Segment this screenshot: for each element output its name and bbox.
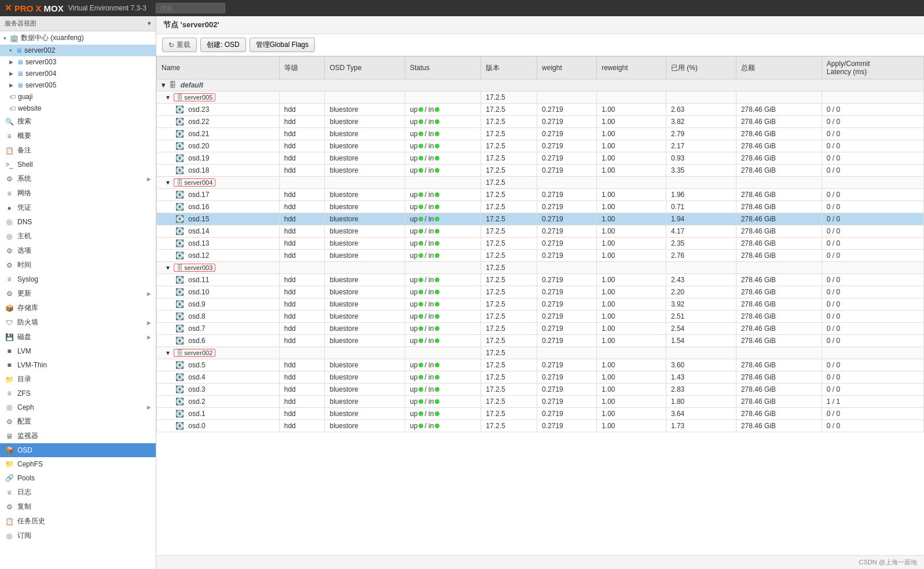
sidebar-item-search[interactable]: 🔍 搜索: [0, 114, 156, 129]
table-row[interactable]: 💽 osd.3 hdd bluestore up / in 17.2.5 0.2…: [157, 384, 924, 396]
table-row[interactable]: 💽 osd.6 hdd bluestore up / in 17.2.5 0.2…: [157, 335, 924, 347]
sidebar-item-syslog[interactable]: ≡ Syslog: [0, 272, 156, 286]
collapse-icon[interactable]: ▾: [166, 178, 170, 187]
table-row[interactable]: 💽 osd.19 hdd bluestore up / in 17.2.5 0.…: [157, 152, 924, 165]
osd-disk-icon: 💽: [175, 118, 184, 126]
sidebar-item-zfs[interactable]: ≡ ZFS: [0, 386, 156, 400]
manage-flags-label: 管理Global Flags: [256, 40, 309, 50]
osd-total: 278.46 GiB: [736, 286, 822, 298]
server-row[interactable]: ▾ 🗄server003 17.2.5: [157, 262, 924, 274]
server-row[interactable]: ▾ 🗄server005 17.2.5: [157, 92, 924, 104]
tree-node-server003[interactable]: ▶ 🖥 server003: [0, 56, 156, 68]
tree-node-server005[interactable]: ▶ 🖥 server005: [0, 79, 156, 91]
sidebar-item-time[interactable]: ⚙ 时间: [0, 258, 156, 272]
create-osd-button[interactable]: 创建: OSD: [200, 38, 246, 52]
table-row[interactable]: 💽 osd.11 hdd bluestore up / in 17.2.5 0.…: [157, 274, 924, 286]
table-row[interactable]: 💽 osd.21 hdd bluestore up / in 17.2.5 0.…: [157, 128, 924, 140]
server-icon: 🖥: [17, 82, 23, 89]
collapse-icon[interactable]: ▾: [166, 264, 170, 272]
sidebar-item-summary[interactable]: ≡ 概要: [0, 129, 156, 143]
osd-version: 17.2.5: [481, 384, 537, 396]
table-row[interactable]: 💽 osd.17 hdd bluestore up / in 17.2.5 0.…: [157, 189, 924, 201]
osd-version: 17.2.5: [481, 213, 537, 225]
osd-used: 2.83: [666, 384, 736, 396]
table-row[interactable]: 💽 osd.4 hdd bluestore up / in 17.2.5 0.2…: [157, 371, 924, 384]
sidebar-item-disk[interactable]: 💾 磁盘 ▶: [0, 330, 156, 344]
logo: ✕ PROXMOX: [5, 3, 64, 13]
table-row[interactable]: 💽 osd.2 hdd bluestore up / in 17.2.5 0.2…: [157, 396, 924, 408]
server-row[interactable]: ▾ 🗄server004 17.2.5: [157, 177, 924, 189]
col-name: Name: [157, 57, 280, 79]
osd-total: 278.46 GiB: [736, 359, 822, 371]
osd-total: 278.46 GiB: [736, 371, 822, 384]
table-row[interactable]: 💽 osd.1 hdd bluestore up / in 17.2.5 0.2…: [157, 408, 924, 420]
refresh-button[interactable]: ↻ 重载: [162, 38, 197, 52]
sidebar-item-firewall[interactable]: 🛡 防火墙 ▶: [0, 315, 156, 330]
sidebar-item-host[interactable]: ◎ 主机: [0, 229, 156, 243]
sidebar-item-credentials[interactable]: ● 凭证: [0, 200, 156, 215]
sidebar-item-pools[interactable]: 🔗 Pools: [0, 471, 156, 485]
osd-latency: 0 / 0: [822, 140, 923, 152]
sidebar-item-storage[interactable]: 📦 存储库: [0, 301, 156, 315]
osd-name: osd.17: [188, 191, 209, 199]
table-row[interactable]: 💽 osd.13 hdd bluestore up / in 17.2.5 0.…: [157, 238, 924, 250]
table-row[interactable]: 💽 osd.23 hdd bluestore up / in 17.2.5 0.…: [157, 104, 924, 116]
collapse-icon[interactable]: ▾: [166, 349, 170, 357]
sidebar-item-lvmthin[interactable]: ■ LVM-Thin: [0, 358, 156, 372]
sidebar-item-config[interactable]: ⚙ 配置: [0, 414, 156, 429]
sidebar-item-ceph[interactable]: ◎ Ceph ▶: [0, 400, 156, 414]
table-row[interactable]: 💽 osd.15 hdd bluestore up / in 17.2.5 0.…: [157, 213, 924, 225]
sidebar-item-options[interactable]: ⚙ 选项: [0, 243, 156, 258]
osd-status: up / in: [405, 152, 481, 165]
collapse-icon[interactable]: ▾: [166, 93, 170, 101]
sidebar-item-dns[interactable]: ◎ DNS: [0, 215, 156, 229]
server-row[interactable]: ▾ 🗄server002 17.2.5: [157, 347, 924, 359]
sidebar-item-shell[interactable]: >_ Shell: [0, 158, 156, 172]
sidebar-item-directory[interactable]: 📁 目录: [0, 372, 156, 386]
osd-latency: 0 / 0: [822, 384, 923, 396]
datacenter-label: 数据中心 (xuanfeng): [21, 33, 84, 43]
tree-node-server002[interactable]: ▾ 🖥 server002: [0, 45, 156, 56]
manage-flags-button[interactable]: 管理Global Flags: [250, 38, 315, 52]
group-collapse-icon[interactable]: ▾: [162, 81, 165, 89]
server-db-icon: 🗄: [177, 179, 183, 186]
table-row[interactable]: 💽 osd.20 hdd bluestore up / in 17.2.5 0.…: [157, 140, 924, 152]
sidebar-item-system[interactable]: ⚙ 系统 ▶: [0, 172, 156, 186]
sidebar-item-lvm[interactable]: ■ LVM: [0, 344, 156, 358]
server-icon: 🖥: [16, 47, 22, 54]
tree-node-server004[interactable]: ▶ 🖥 server004: [0, 68, 156, 79]
tree-node-guaji[interactable]: 🏷 guaji: [0, 91, 156, 103]
osd-used: 2.43: [666, 274, 736, 286]
tree-node-website[interactable]: 🏷 website: [0, 103, 156, 114]
table-row[interactable]: 💽 osd.18 hdd bluestore up / in 17.2.5 0.…: [157, 165, 924, 177]
osd-total: 278.46 GiB: [736, 116, 822, 128]
table-row[interactable]: 💽 osd.10 hdd bluestore up / in 17.2.5 0.…: [157, 286, 924, 298]
table-row[interactable]: 💽 osd.8 hdd bluestore up / in 17.2.5 0.2…: [157, 311, 924, 323]
sidebar-item-replicate[interactable]: ⚙ 复制: [0, 499, 156, 514]
table-row[interactable]: 💽 osd.12 hdd bluestore up / in 17.2.5 0.…: [157, 250, 924, 262]
table-row[interactable]: 💽 osd.0 hdd bluestore up / in 17.2.5 0.2…: [157, 420, 924, 432]
sidebar-item-notes[interactable]: 📋 备注: [0, 143, 156, 158]
sidebar-item-monitor[interactable]: 🖥 监视器: [0, 429, 156, 443]
table-row[interactable]: 💽 osd.7 hdd bluestore up / in 17.2.5 0.2…: [157, 323, 924, 335]
sidebar-item-updates[interactable]: ⚙ 更新 ▶: [0, 286, 156, 301]
osd-name: osd.20: [188, 142, 209, 150]
table-row[interactable]: 💽 osd.22 hdd bluestore up / in 17.2.5 0.…: [157, 116, 924, 128]
topbar-search-input[interactable]: [156, 3, 225, 13]
table-row[interactable]: 💽 osd.14 hdd bluestore up / in 17.2.5 0.…: [157, 225, 924, 238]
status-up-dot: [419, 205, 423, 209]
main-layout: 服务器视图 ▾ ▾ 🏢 数据中心 (xuanfeng) ▾ 🖥 server00…: [0, 16, 924, 569]
sidebar-item-cephfs[interactable]: 📁 CephFS: [0, 457, 156, 471]
table-row[interactable]: 💽 osd.5 hdd bluestore up / in 17.2.5 0.2…: [157, 359, 924, 371]
table-row[interactable]: 💽 osd.9 hdd bluestore up / in 17.2.5 0.2…: [157, 298, 924, 311]
sidebar-item-subscribe[interactable]: ◎ 订阅: [0, 528, 156, 543]
sidebar-item-network[interactable]: ≡ 网络: [0, 186, 156, 200]
table-row[interactable]: 💽 osd.16 hdd bluestore up / in 17.2.5 0.…: [157, 201, 924, 213]
status-in-dot: [435, 156, 439, 161]
sidebar-item-log[interactable]: ≡ 日志: [0, 485, 156, 499]
sidebar-item-osd[interactable]: 📦 OSD: [0, 443, 156, 457]
taskhistory-icon: 📋: [5, 517, 14, 526]
sidebar-item-taskhistory[interactable]: 📋 任务历史: [0, 514, 156, 528]
tree-datacenter[interactable]: ▾ 🏢 数据中心 (xuanfeng): [0, 31, 156, 45]
status-in-dot: [435, 192, 439, 197]
